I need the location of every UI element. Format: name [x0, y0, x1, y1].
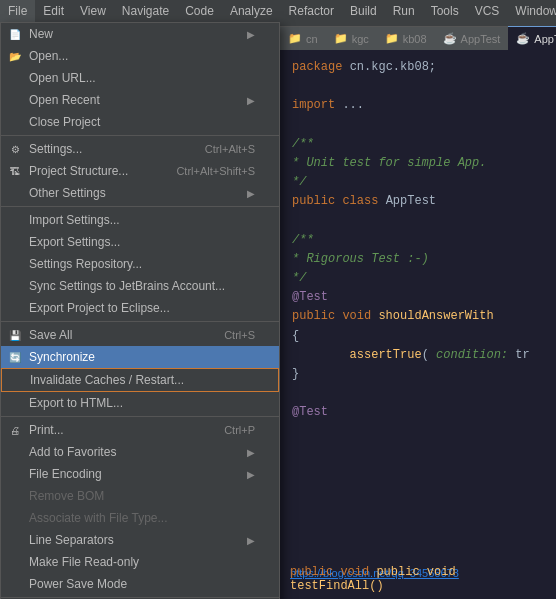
menu-edit[interactable]: Edit [35, 0, 72, 22]
arrow-icon: ▶ [247, 29, 255, 40]
tab-kb08[interactable]: 📁 kb08 [377, 26, 435, 50]
menu-tools[interactable]: Tools [423, 0, 467, 22]
code-method: public void shouldAnswerWith [292, 307, 544, 326]
arrow-icon-enc: ▶ [247, 469, 255, 480]
menu-item-associate-file-type: Associate with File Type... [1, 507, 279, 529]
code-comment5: * Rigorous Test :-) [292, 250, 544, 269]
structure-icon: 🏗 [7, 163, 23, 179]
menu-item-import-settings[interactable]: Import Settings... [1, 209, 279, 231]
menu-run[interactable]: Run [385, 0, 423, 22]
menu-item-add-favorites[interactable]: Add to Favorites ▶ [1, 441, 279, 463]
code-annotation2: @Test [292, 403, 544, 422]
separator-1 [1, 135, 279, 136]
code-comment4: /** [292, 231, 544, 250]
menu-item-export-eclipse[interactable]: Export Project to Eclipse... [1, 297, 279, 319]
tab-cn[interactable]: 📁 cn [280, 26, 326, 50]
folder-icon-kgc: 📁 [334, 32, 348, 45]
menu-item-invalidate-caches[interactable]: Invalidate Caches / Restart... [1, 368, 279, 392]
menu-item-export-html[interactable]: Export to HTML... [1, 392, 279, 414]
menu-window[interactable]: Window [507, 0, 556, 22]
new-icon: 📄 [7, 26, 23, 42]
code-editor: package cn.kgc.kb08; import ... /** * Un… [280, 50, 556, 599]
tab-kgc[interactable]: 📁 kgc [326, 26, 377, 50]
settings-icon: ⚙ [7, 141, 23, 157]
code-comment3: */ [292, 173, 544, 192]
code-blank4 [292, 384, 544, 403]
menu-item-export-settings[interactable]: Export Settings... [1, 231, 279, 253]
open-icon: 📂 [7, 48, 23, 64]
code-asserttrue: assertTrue( condition: tr [292, 346, 544, 365]
menu-item-line-separators[interactable]: Line Separators ▶ [1, 529, 279, 551]
menu-item-open[interactable]: 📂 Open... [1, 45, 279, 67]
folder-icon-kb08: 📁 [385, 32, 399, 45]
menu-item-open-url[interactable]: Open URL... [1, 67, 279, 89]
code-brace2: } [292, 365, 544, 384]
menu-item-file-encoding[interactable]: File Encoding ▶ [1, 463, 279, 485]
file-menu-dropdown: 📄 New ▶ 📂 Open... Open URL... Open Recen… [0, 22, 280, 599]
arrow-icon-recent: ▶ [247, 95, 255, 106]
menu-item-other-settings[interactable]: Other Settings ▶ [1, 182, 279, 204]
menu-analyze[interactable]: Analyze [222, 0, 281, 22]
menu-item-new[interactable]: 📄 New ▶ [1, 23, 279, 45]
separator-2 [1, 206, 279, 207]
menu-item-save-all[interactable]: 💾 Save All Ctrl+S [1, 324, 279, 346]
menu-item-print[interactable]: 🖨 Print... Ctrl+P [1, 419, 279, 441]
menu-code[interactable]: Code [177, 0, 222, 22]
menu-item-settings[interactable]: ⚙ Settings... Ctrl+Alt+S [1, 138, 279, 160]
tab-apptest[interactable]: ☕ AppTest [435, 26, 509, 50]
code-comment6: */ [292, 269, 544, 288]
print-icon: 🖨 [7, 422, 23, 438]
menu-item-settings-repo[interactable]: Settings Repository... [1, 253, 279, 275]
arrow-icon-other: ▶ [247, 188, 255, 199]
save-icon: 💾 [7, 327, 23, 343]
menu-file[interactable]: File [0, 0, 35, 22]
menu-bar: File Edit View Navigate Code Analyze Ref… [0, 0, 556, 22]
menu-navigate[interactable]: Navigate [114, 0, 177, 22]
menu-item-power-save[interactable]: Power Save Mode [1, 573, 279, 595]
tab-bar: 📁 cn 📁 kgc 📁 kb08 ☕ AppTest ☕ AppTest.ja… [280, 22, 556, 50]
separator-5 [1, 597, 279, 598]
code-annotation1: @Test [292, 288, 544, 307]
java-icon-active: ☕ [516, 32, 530, 45]
code-import: import ... [292, 96, 544, 115]
menu-item-make-readonly[interactable]: Make File Read-only [1, 551, 279, 573]
code-blank3 [292, 212, 544, 231]
menu-vcs[interactable]: VCS [467, 0, 508, 22]
code-blank1 [292, 77, 544, 96]
menu-refactor[interactable]: Refactor [281, 0, 342, 22]
code-brace1: { [292, 327, 544, 346]
code-comment2: * Unit test for simple App. [292, 154, 544, 173]
arrow-icon-sep: ▶ [247, 535, 255, 546]
java-icon: ☕ [443, 32, 457, 45]
menu-item-close-project[interactable]: Close Project [1, 111, 279, 133]
separator-4 [1, 416, 279, 417]
sync-icon: 🔄 [7, 349, 23, 365]
code-class: public class AppTest [292, 192, 544, 211]
menu-item-open-recent[interactable]: Open Recent ▶ [1, 89, 279, 111]
code-comment1: /** [292, 135, 544, 154]
menu-item-sync-jetbrains[interactable]: Sync Settings to JetBrains Account... [1, 275, 279, 297]
menu-item-project-structure[interactable]: 🏗 Project Structure... Ctrl+Alt+Shift+S [1, 160, 279, 182]
menu-view[interactable]: View [72, 0, 114, 22]
menu-build[interactable]: Build [342, 0, 385, 22]
folder-icon: 📁 [288, 32, 302, 45]
separator-3 [1, 321, 279, 322]
menu-item-synchronize[interactable]: 🔄 Synchronize [1, 346, 279, 368]
menu-item-remove-bom: Remove BOM [1, 485, 279, 507]
code-package: package cn.kgc.kb08; [292, 58, 544, 77]
code-blank2 [292, 116, 544, 135]
code-last-line: public void public void testFindAll() [290, 565, 556, 593]
arrow-icon-fav: ▶ [247, 447, 255, 458]
tab-apptest-java[interactable]: ☕ AppTest.java [508, 26, 556, 50]
